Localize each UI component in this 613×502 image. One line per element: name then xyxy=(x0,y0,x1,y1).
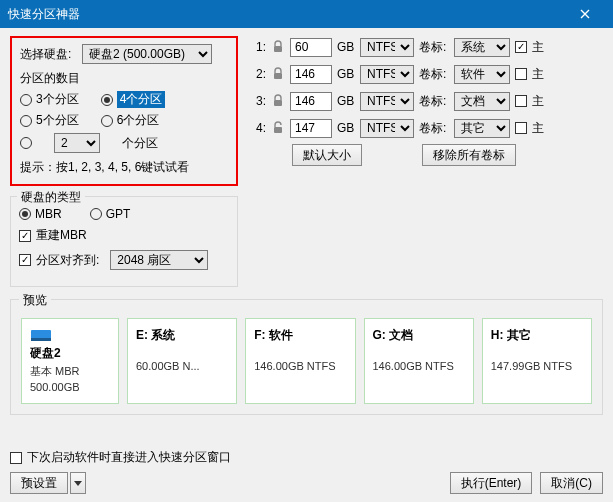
row-index: 2: xyxy=(250,67,266,81)
disk-icon xyxy=(30,327,52,343)
filesystem-select[interactable]: NTFS xyxy=(360,119,414,138)
preview-partition-card[interactable]: G: 文档146.00GB NTFS xyxy=(364,318,474,404)
primary-checkbox[interactable] xyxy=(515,122,527,134)
row-index: 3: xyxy=(250,94,266,108)
partition-count-label: 分区的数目 xyxy=(20,70,228,87)
preview-partition-card[interactable]: H: 其它147.99GB NTFS xyxy=(482,318,592,404)
preview-partition-card[interactable]: F: 软件146.00GB NTFS xyxy=(245,318,355,404)
execute-button[interactable]: 执行(Enter) xyxy=(450,472,533,494)
preview-partition-card[interactable]: E: 系统60.00GB N... xyxy=(127,318,237,404)
clear-labels-button[interactable]: 移除所有卷标 xyxy=(422,144,516,166)
svg-rect-2 xyxy=(274,100,282,106)
preset-dropdown-button[interactable] xyxy=(70,472,86,494)
radio-4-partitions[interactable]: 4个分区 xyxy=(101,91,166,108)
align-select[interactable]: 2048 扇区 xyxy=(110,250,208,270)
next-time-label: 下次启动软件时直接进入快速分区窗口 xyxy=(27,449,231,466)
primary-label: 主 xyxy=(532,39,544,56)
primary-checkbox[interactable] xyxy=(515,95,527,107)
titlebar: 快速分区神器 xyxy=(0,0,613,28)
key-hint: 提示：按1, 2, 3, 4, 5, 6键试试看 xyxy=(20,159,228,176)
default-size-button[interactable]: 默认大小 xyxy=(292,144,362,166)
disk-type-legend: 硬盘的类型 xyxy=(17,189,85,206)
custom-count-select[interactable]: 2 xyxy=(54,133,100,153)
close-icon xyxy=(580,9,590,19)
row-index: 1: xyxy=(250,40,266,54)
size-input[interactable] xyxy=(290,92,332,111)
svg-rect-0 xyxy=(274,46,282,52)
size-input[interactable] xyxy=(290,38,332,57)
primary-label: 主 xyxy=(532,120,544,137)
primary-label: 主 xyxy=(532,93,544,110)
preset-button[interactable]: 预设置 xyxy=(10,472,68,494)
filesystem-select[interactable]: NTFS xyxy=(360,65,414,84)
volume-label-text: 卷标: xyxy=(419,39,449,56)
svg-rect-3 xyxy=(274,127,282,133)
partition-row: 1:GBNTFS卷标:系统主 xyxy=(250,36,544,58)
radio-gpt[interactable]: GPT xyxy=(90,207,131,221)
partition-table: 1:GBNTFS卷标:系统主2:GBNTFS卷标:软件主3:GBNTFS卷标:文… xyxy=(250,36,544,186)
chevron-down-icon xyxy=(74,481,82,486)
volume-select[interactable]: 文档 xyxy=(454,92,510,111)
volume-label-text: 卷标: xyxy=(419,120,449,137)
size-input[interactable] xyxy=(290,65,332,84)
radio-3-partitions[interactable]: 3个分区 xyxy=(20,91,79,108)
radio-5-partitions[interactable]: 5个分区 xyxy=(20,112,79,129)
rebuild-mbr-checkbox[interactable] xyxy=(19,230,31,242)
select-disk-label: 选择硬盘: xyxy=(20,46,76,63)
lock-icon[interactable] xyxy=(271,40,285,54)
unit-label: GB xyxy=(337,67,355,81)
volume-label-text: 卷标: xyxy=(419,66,449,83)
primary-label: 主 xyxy=(532,66,544,83)
volume-select[interactable]: 软件 xyxy=(454,65,510,84)
size-input[interactable] xyxy=(290,119,332,138)
primary-checkbox[interactable] xyxy=(515,68,527,80)
svg-rect-5 xyxy=(31,338,51,341)
unlock-icon[interactable] xyxy=(271,121,285,135)
unit-label: GB xyxy=(337,40,355,54)
volume-select[interactable]: 系统 xyxy=(454,38,510,57)
lock-icon[interactable] xyxy=(271,94,285,108)
radio-mbr[interactable]: MBR xyxy=(19,207,62,221)
preview-legend: 预览 xyxy=(19,292,51,309)
align-label: 分区对齐到: xyxy=(36,252,99,269)
volume-select[interactable]: 其它 xyxy=(454,119,510,138)
bottom-bar: 下次启动软件时直接进入快速分区窗口 预设置 执行(Enter) 取消(C) xyxy=(10,443,603,494)
filesystem-select[interactable]: NTFS xyxy=(360,38,414,57)
disk-type-panel: 硬盘的类型 MBR GPT 重建MBR 分区对齐到: 2048 扇区 xyxy=(10,196,238,287)
unit-label: GB xyxy=(337,121,355,135)
custom-suffix: 个分区 xyxy=(122,135,158,152)
primary-checkbox[interactable] xyxy=(515,41,527,53)
radio-6-partitions[interactable]: 6个分区 xyxy=(101,112,160,129)
align-checkbox[interactable] xyxy=(19,254,31,266)
lock-icon[interactable] xyxy=(271,67,285,81)
next-time-checkbox[interactable] xyxy=(10,452,22,464)
partition-row: 3:GBNTFS卷标:文档主 xyxy=(250,90,544,112)
volume-label-text: 卷标: xyxy=(419,93,449,110)
close-button[interactable] xyxy=(565,0,605,28)
disk-select[interactable]: 硬盘2 (500.00GB) xyxy=(82,44,212,64)
window-title: 快速分区神器 xyxy=(8,6,80,23)
row-index: 4: xyxy=(250,121,266,135)
preview-panel: 预览 硬盘2基本 MBR500.00GBE: 系统60.00GB N...F: … xyxy=(10,299,603,415)
filesystem-select[interactable]: NTFS xyxy=(360,92,414,111)
partition-row: 4:GBNTFS卷标:其它主 xyxy=(250,117,544,139)
disk-selection-panel: 选择硬盘: 硬盘2 (500.00GB) 分区的数目 3个分区 4个分区 5个分… xyxy=(10,36,238,186)
rebuild-mbr-label: 重建MBR xyxy=(36,227,87,244)
partition-row: 2:GBNTFS卷标:软件主 xyxy=(250,63,544,85)
cancel-button[interactable]: 取消(C) xyxy=(540,472,603,494)
svg-rect-1 xyxy=(274,73,282,79)
preview-disk-card[interactable]: 硬盘2基本 MBR500.00GB xyxy=(21,318,119,404)
radio-custom-partitions[interactable] xyxy=(20,137,32,149)
unit-label: GB xyxy=(337,94,355,108)
